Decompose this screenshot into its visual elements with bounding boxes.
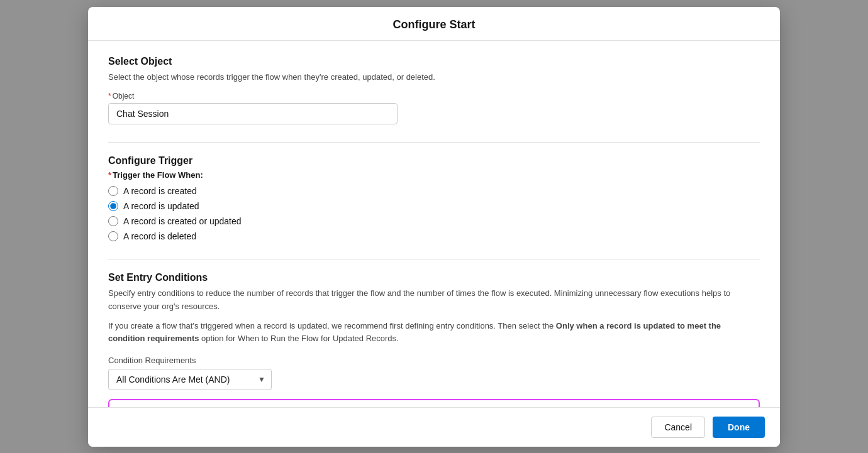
configure-trigger-title: Configure Trigger: [108, 155, 760, 166]
required-star: *: [108, 92, 111, 101]
modal-overlay: Configure Start Select Object Select the…: [0, 0, 868, 453]
object-field-label: *Object: [108, 92, 760, 101]
entry-conditions-title: Set Entry Conditions: [108, 272, 760, 283]
entry-conditions-desc1: Specify entry conditions to reduce the n…: [108, 287, 760, 314]
condition-req-select-wrapper: All Conditions Are Met (AND) Any Conditi…: [108, 369, 272, 390]
divider-1: [108, 142, 760, 143]
object-field-input[interactable]: [108, 103, 398, 124]
trigger-required-star: *: [108, 170, 111, 180]
select-object-desc: Select the object whose records trigger …: [108, 71, 760, 84]
configure-trigger-section: Configure Trigger *Trigger the Flow When…: [108, 155, 760, 241]
trigger-option-updated[interactable]: A record is updated: [108, 201, 760, 211]
trigger-field-label: *Trigger the Flow When:: [108, 170, 760, 180]
condition-req-select[interactable]: All Conditions Are Met (AND) Any Conditi…: [108, 369, 272, 390]
modal-header: Configure Start: [88, 7, 780, 41]
select-object-title: Select Object: [108, 56, 760, 67]
modal-footer: Cancel Done: [88, 407, 780, 447]
select-object-section: Select Object Select the object whose re…: [108, 56, 760, 125]
trigger-option-created[interactable]: A record is created: [108, 186, 760, 196]
condition-req-label: Condition Requirements: [108, 356, 760, 365]
trigger-radio-created[interactable]: [108, 186, 118, 196]
conditions-table-wrapper: Field Operator Value Equals Not Equal To…: [108, 399, 760, 407]
trigger-option-created-updated[interactable]: A record is created or updated: [108, 216, 760, 226]
trigger-option-deleted[interactable]: A record is deleted: [108, 231, 760, 241]
trigger-radio-created-updated[interactable]: [108, 216, 118, 226]
modal-body: Select Object Select the object whose re…: [88, 41, 780, 407]
trigger-radio-deleted[interactable]: [108, 231, 118, 241]
cancel-button[interactable]: Cancel: [651, 417, 705, 438]
set-entry-conditions-section: Set Entry Conditions Specify entry condi…: [108, 272, 760, 407]
divider-2: [108, 259, 760, 259]
trigger-radio-updated[interactable]: [108, 201, 118, 211]
entry-conditions-desc2: If you create a flow that's triggered wh…: [108, 320, 760, 346]
configure-start-modal: Configure Start Select Object Select the…: [88, 7, 780, 447]
done-button[interactable]: Done: [713, 417, 765, 438]
trigger-radio-group: A record is created A record is updated …: [108, 186, 760, 241]
modal-title: Configure Start: [392, 18, 475, 31]
